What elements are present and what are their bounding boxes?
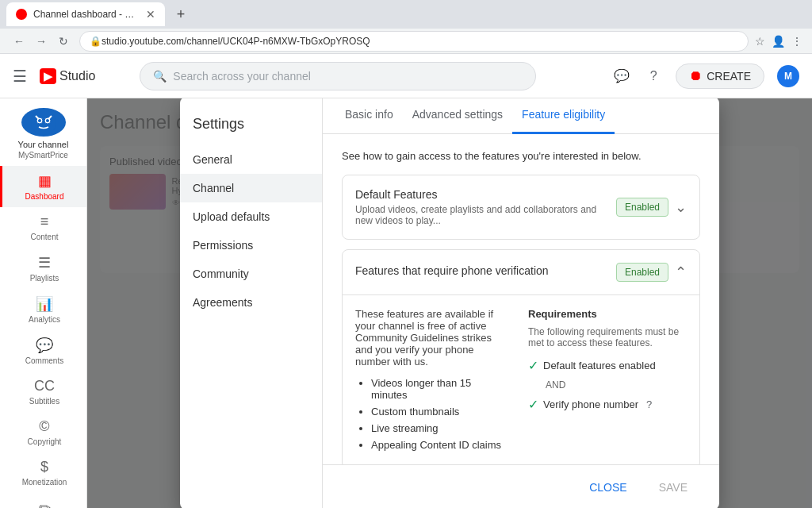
default-features-header[interactable]: Default Features Upload videos, create p… <box>343 175 699 239</box>
nav-buttons: ← → ↻ <box>10 32 73 51</box>
url-input[interactable]: 🔒 studio.youtube.com/channel/UCK04P-n6MX… <box>79 31 749 52</box>
close-button[interactable]: CLOSE <box>576 475 639 500</box>
sidebar-item-playlists[interactable]: ☰ Playlists <box>0 248 86 289</box>
profile-icon[interactable]: 👤 <box>772 35 785 48</box>
user-avatar[interactable]: M <box>777 65 799 87</box>
modal-overlay: Settings General Channel Upload defaults… <box>87 98 812 508</box>
sidebar-label-monetization: Monetization <box>22 478 67 487</box>
requirement-item-1: ✓ Default features enabled <box>528 358 687 373</box>
owl-logo <box>29 108 58 137</box>
yt-studio-logo: ▶ Studio <box>40 68 95 84</box>
create-button[interactable]: ⏺ CREATE <box>676 64 764 89</box>
sidebar-label-analytics: Analytics <box>29 315 60 324</box>
sidebar-item-analytics[interactable]: 📊 Analytics <box>0 289 86 330</box>
sidebar-item-copyright[interactable]: © Copyright <box>0 412 86 452</box>
analytics-icon: 📊 <box>36 295 53 313</box>
sidebar-item-comments[interactable]: 💬 Comments <box>0 330 86 371</box>
sidebar-label-subtitles: Subtitles <box>29 397 59 406</box>
sidebar-item-dashboard[interactable]: ▦ Dashboard <box>0 166 86 207</box>
check-icon-2: ✓ <box>528 397 538 412</box>
tab-basic-info[interactable]: Basic info <box>335 98 403 134</box>
default-features-badge: Enabled <box>616 198 668 217</box>
default-features-subtitle: Upload videos, create playlists and add … <box>355 204 616 226</box>
phone-verification-info: Features that require phone verification <box>355 264 549 280</box>
sidebar-label-dashboard: Dashboard <box>25 192 64 201</box>
svg-point-3 <box>38 119 41 122</box>
help-icon[interactable]: ? <box>644 67 663 86</box>
save-button[interactable]: SAVE <box>646 475 700 500</box>
extension-icon[interactable]: ⋮ <box>791 35 802 48</box>
search-placeholder: Search across your channel <box>173 70 311 83</box>
phone-help-icon[interactable]: ? <box>646 398 652 410</box>
svg-point-0 <box>31 110 56 135</box>
app-body: Your channel MySmartPrice ▦ Dashboard ≡ … <box>0 98 812 508</box>
default-features-title: Default Features <box>355 188 616 201</box>
modal-main: Basic info Advanced settings Feature eli… <box>323 98 719 508</box>
modal-body: See how to gain access to the features y… <box>323 134 719 464</box>
and-conjunction: AND <box>546 379 687 391</box>
customization-icon: ✏ <box>39 499 51 508</box>
modal-nav-community[interactable]: Community <box>180 260 322 288</box>
modal-description: See how to gain access to the features y… <box>342 150 700 162</box>
feature-body-text: These features are available if your cha… <box>355 308 503 368</box>
create-label: CREATE <box>707 70 751 83</box>
requirement-label-2: Verify phone number <box>543 398 638 410</box>
default-features-info: Default Features Upload videos, create p… <box>355 188 616 226</box>
sidebar-label-copyright: Copyright <box>28 437 62 446</box>
requirements-title: Requirements <box>528 308 687 320</box>
phone-verification-header[interactable]: Features that require phone verification… <box>343 250 699 294</box>
sidebar-item-monetization[interactable]: $ Monetization <box>0 452 86 493</box>
header-right: 💬 ? ⏺ CREATE M <box>612 64 799 89</box>
browser-tab[interactable]: Channel dashboard - YouTube ✕ <box>6 2 165 26</box>
tab-favicon <box>16 9 27 20</box>
tab-feature-eligibility[interactable]: Feature eligibility <box>512 98 615 134</box>
playlists-icon: ☰ <box>38 254 51 271</box>
dashboard-icon: ▦ <box>38 172 52 190</box>
hamburger-icon[interactable]: ☰ <box>13 67 27 86</box>
modal-title: Settings <box>180 110 322 145</box>
address-bar: ← → ↻ 🔒 studio.youtube.com/channel/UCK04… <box>0 29 812 54</box>
feature-body-left: These features are available if your cha… <box>355 308 503 456</box>
check-icon-1: ✓ <box>528 358 538 373</box>
modal-nav-permissions[interactable]: Permissions <box>180 231 322 260</box>
sidebar-item-content[interactable]: ≡ Content <box>0 207 86 248</box>
tab-title: Channel dashboard - YouTube <box>33 9 136 20</box>
phone-verification-status: Enabled ⌃ <box>616 263 687 282</box>
sidebar-item-customization[interactable]: ✏ Customization <box>0 493 86 508</box>
feature-item-2: Custom thumbnails <box>371 406 503 418</box>
channel-handle: MySmartPrice <box>18 151 68 160</box>
requirements-desc: The following requirements must be met t… <box>528 326 687 348</box>
tab-advanced-settings[interactable]: Advanced settings <box>403 98 512 134</box>
sidebar-label-comments: Comments <box>25 356 63 365</box>
phone-verification-card: Features that require phone verification… <box>342 249 700 464</box>
youtube-icon: ▶ <box>40 68 56 84</box>
search-bar[interactable]: 🔍 Search across your channel <box>140 62 536 90</box>
collapse-icon[interactable]: ⌃ <box>675 264 687 281</box>
sidebar-item-subtitles[interactable]: CC Subtitles <box>0 371 86 412</box>
new-tab-button[interactable]: + <box>170 3 192 25</box>
sidebar: Your channel MySmartPrice ▦ Dashboard ≡ … <box>0 98 87 508</box>
modal-tabs: Basic info Advanced settings Feature eli… <box>323 98 719 134</box>
modal-nav-channel[interactable]: Channel <box>180 174 322 202</box>
create-video-icon: ⏺ <box>689 69 702 83</box>
reload-button[interactable]: ↻ <box>54 32 73 51</box>
modal-nav-upload-defaults[interactable]: Upload defaults <box>180 202 322 231</box>
feature-list: Videos longer than 15 minutes Custom thu… <box>355 377 503 451</box>
tab-close-icon[interactable]: ✕ <box>146 8 155 21</box>
url-text: studio.youtube.com/channel/UCK04P-n6MXW-… <box>102 36 370 47</box>
modal-sidebar: Settings General Channel Upload defaults… <box>180 98 323 508</box>
modal-nav-agreements[interactable]: Agreements <box>180 288 322 317</box>
default-features-status: Enabled ⌄ <box>616 198 687 217</box>
phone-verification-body: These features are available if your cha… <box>343 294 699 464</box>
studio-text: Studio <box>59 69 95 83</box>
search-icon: 🔍 <box>153 70 167 83</box>
browser-chrome: Channel dashboard - YouTube ✕ + <box>0 0 812 29</box>
forward-button[interactable]: → <box>32 32 51 51</box>
back-button[interactable]: ← <box>10 32 29 51</box>
modal-nav-general[interactable]: General <box>180 145 322 174</box>
bookmark-icon[interactable]: ☆ <box>755 35 765 48</box>
channel-avatar[interactable] <box>21 108 66 137</box>
notification-icon[interactable]: 💬 <box>612 67 631 86</box>
content-icon: ≡ <box>40 214 49 230</box>
expand-icon[interactable]: ⌄ <box>675 198 687 216</box>
